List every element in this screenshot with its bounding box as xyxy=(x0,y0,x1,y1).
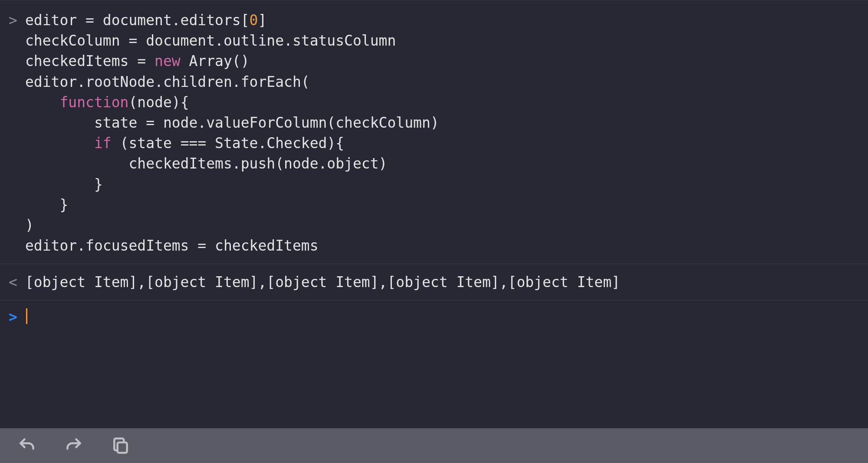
copy-button[interactable] xyxy=(110,435,131,456)
undo-button[interactable] xyxy=(16,435,37,456)
console-input-code: editor = document.editors[0] checkColumn… xyxy=(25,10,859,256)
input-marker xyxy=(9,10,25,30)
console: editor = document.editors[0] checkColumn… xyxy=(0,0,868,463)
svg-rect-0 xyxy=(118,443,127,453)
undo-icon xyxy=(17,436,36,455)
prompt-marker xyxy=(9,307,25,327)
redo-button[interactable] xyxy=(63,435,84,456)
console-output-entry: [object Item],[object Item],[object Item… xyxy=(0,264,868,300)
console-prompt-input[interactable] xyxy=(25,307,859,327)
toolbar xyxy=(0,428,868,463)
text-caret xyxy=(26,308,27,324)
console-prompt-entry[interactable] xyxy=(0,300,868,333)
output-marker xyxy=(9,272,25,292)
console-input-entry: editor = document.editors[0] checkColumn… xyxy=(0,0,868,264)
copy-icon xyxy=(111,436,130,455)
console-output-text: [object Item],[object Item],[object Item… xyxy=(25,272,859,292)
redo-icon xyxy=(64,436,83,455)
